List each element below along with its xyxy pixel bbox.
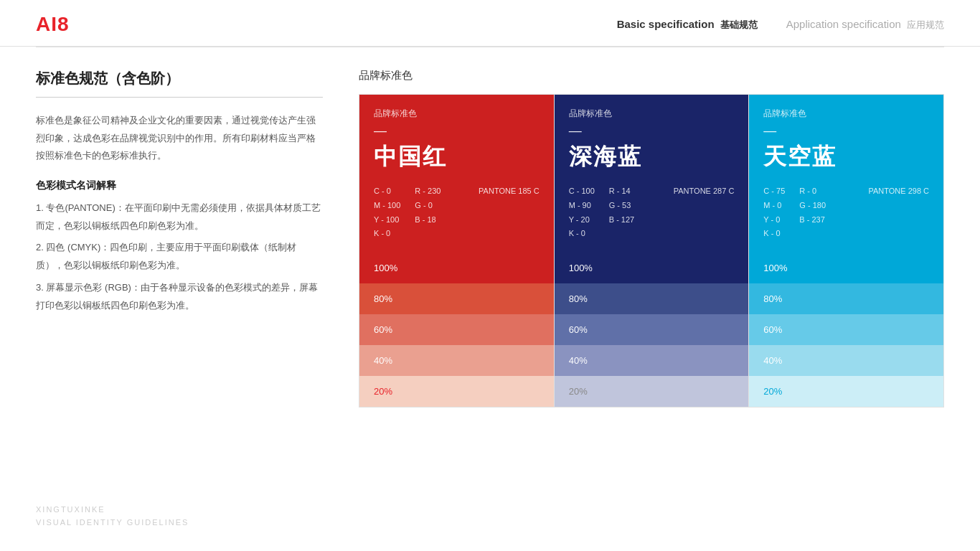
- header: AI8 Basic specification 基础规范 Application…: [0, 0, 980, 47]
- swatch-shade-red-1: 80%: [359, 283, 554, 314]
- swatch-name-blue: 深海蓝: [569, 141, 735, 173]
- right-column: 品牌标准色 品牌标准色 — 中国红 C - 0M - 100Y - 100K -…: [359, 69, 944, 408]
- swatch-shade-red-4: 20%: [359, 376, 554, 407]
- footer: XINGTUXINKE VISUAL IDENTITY GUIDELINES: [36, 503, 189, 529]
- swatch-specs-blue: C - 100M - 90Y - 20K - 0 R - 14G - 53B -…: [569, 184, 735, 241]
- swatch-pantone-red: PANTONE 185 C: [479, 184, 540, 241]
- swatch-shade-blue-1: 80%: [555, 283, 749, 314]
- color-mode-item-1: 1. 专色(PANTONE)：在平面印刷中无需必须使用，依据具体材质工艺而定，色…: [36, 199, 323, 235]
- swatch-shade-blue-2: 60%: [555, 314, 749, 345]
- swatch-label-skyblue: 品牌标准色: [763, 108, 929, 120]
- color-mode-item-3: 3. 屏幕显示色彩 (RGB)：由于各种显示设备的色彩模式的差异，屏幕打印色彩以…: [36, 279, 323, 314]
- logo: AI8: [36, 13, 70, 36]
- swatch-col-red: 品牌标准色 — 中国红 C - 0M - 100Y - 100K - 0 R -…: [359, 95, 555, 407]
- swatch-col-blue: 品牌标准色 — 深海蓝 C - 100M - 90Y - 20K - 0 R -…: [555, 95, 750, 407]
- swatch-name-skyblue: 天空蓝: [763, 141, 929, 173]
- swatch-pantone-skyblue: PANTONE 298 C: [868, 184, 929, 241]
- swatch-specs-left-blue: C - 100M - 90Y - 20K - 0: [569, 184, 595, 241]
- swatch-shade-skyblue-3: 40%: [749, 345, 943, 376]
- right-section-title: 品牌标准色: [359, 69, 944, 83]
- swatch-label-red: 品牌标准色: [374, 108, 540, 120]
- nav-label-app-zh: 应用规范: [907, 19, 944, 30]
- nav-label-basic-en: Basic specification: [617, 18, 715, 30]
- footer-line-1: XINGTUXINKE: [36, 503, 189, 517]
- swatch-shade-skyblue-1: 80%: [749, 283, 943, 314]
- swatch-shade-red-3: 40%: [359, 345, 554, 376]
- swatch-label-blue: 品牌标准色: [569, 108, 735, 120]
- main-content: 标准色规范（含色阶） 标准色是象征公司精神及企业文化的重要因素，通过视觉传达产生…: [0, 47, 980, 436]
- swatch-shade-red-0: 100%: [359, 253, 554, 283]
- nav-label-app-en: Application specification: [786, 18, 901, 30]
- swatch-dash-red: —: [374, 124, 540, 137]
- nav-item-basic[interactable]: Basic specification 基础规范: [617, 18, 758, 32]
- nav-label-basic-zh: 基础规范: [720, 19, 758, 30]
- section-desc: 标准色是象征公司精神及企业文化的重要因素，通过视觉传达产生强烈印象，达成色彩在品…: [36, 112, 323, 165]
- swatch-shade-skyblue-0: 100%: [749, 253, 943, 283]
- swatch-specs-right-blue: R - 14G - 53B - 127: [609, 184, 634, 241]
- swatch-specs-left-skyblue: C - 75M - 0Y - 0K - 0: [763, 184, 785, 241]
- swatch-main-blue: 品牌标准色 — 深海蓝 C - 100M - 90Y - 20K - 0 R -…: [555, 95, 749, 253]
- swatch-dash-skyblue: —: [763, 124, 929, 137]
- swatches-grid: 品牌标准色 — 中国红 C - 0M - 100Y - 100K - 0 R -…: [359, 94, 944, 408]
- swatch-shade-skyblue-4: 20%: [749, 376, 943, 407]
- swatch-pantone-blue: PANTONE 287 C: [674, 184, 735, 241]
- nav: Basic specification 基础规范 Application spe…: [617, 18, 944, 32]
- swatch-shade-skyblue-2: 60%: [749, 314, 943, 345]
- color-mode-title: 色彩模式名词解释: [36, 179, 323, 192]
- swatch-specs-right-skyblue: R - 0G - 180B - 237: [799, 184, 826, 241]
- swatch-main-skyblue: 品牌标准色 — 天空蓝 C - 75M - 0Y - 0K - 0 R - 0G…: [749, 95, 943, 253]
- footer-line-2: VISUAL IDENTITY GUIDELINES: [36, 516, 189, 529]
- swatch-shade-blue-3: 40%: [555, 345, 749, 376]
- swatch-name-red: 中国红: [374, 141, 540, 173]
- left-column: 标准色规范（含色阶） 标准色是象征公司精神及企业文化的重要因素，通过视觉传达产生…: [36, 69, 323, 408]
- section-title-left: 标准色规范（含色阶）: [36, 69, 323, 98]
- color-mode-item-2: 2. 四色 (CMYK)：四色印刷，主要应用于平面印刷载体（纸制材质），色彩以铜…: [36, 239, 323, 274]
- swatch-main-red: 品牌标准色 — 中国红 C - 0M - 100Y - 100K - 0 R -…: [359, 95, 554, 253]
- swatch-shade-blue-4: 20%: [555, 376, 749, 407]
- swatch-specs-right-red: R - 230G - 0B - 18: [415, 184, 440, 241]
- nav-item-application[interactable]: Application specification 应用规范: [786, 18, 944, 32]
- swatch-shade-red-2: 60%: [359, 314, 554, 345]
- swatch-specs-left-red: C - 0M - 100Y - 100K - 0: [374, 184, 400, 241]
- swatch-shade-blue-0: 100%: [555, 253, 749, 283]
- swatch-col-skyblue: 品牌标准色 — 天空蓝 C - 75M - 0Y - 0K - 0 R - 0G…: [749, 95, 943, 407]
- swatch-dash-blue: —: [569, 124, 735, 137]
- swatch-specs-red: C - 0M - 100Y - 100K - 0 R - 230G - 0B -…: [374, 184, 540, 241]
- swatch-specs-skyblue: C - 75M - 0Y - 0K - 0 R - 0G - 180B - 23…: [763, 184, 929, 241]
